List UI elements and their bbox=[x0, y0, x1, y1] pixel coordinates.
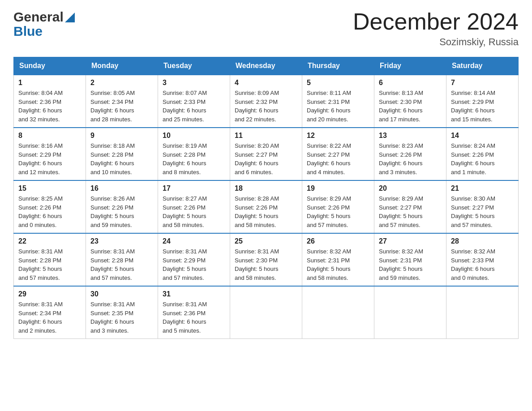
calendar-week-row: 8Sunrise: 8:16 AM Sunset: 2:29 PM Daylig… bbox=[14, 128, 519, 180]
day-info: Sunrise: 8:27 AM Sunset: 2:26 PM Dayligh… bbox=[163, 194, 225, 229]
logo: General Blue bbox=[13, 9, 75, 39]
day-number: 22 bbox=[18, 237, 81, 245]
table-row: 26Sunrise: 8:32 AM Sunset: 2:31 PM Dayli… bbox=[302, 233, 374, 286]
table-row: 1Sunrise: 8:04 AM Sunset: 2:36 PM Daylig… bbox=[14, 75, 86, 128]
table-row: 27Sunrise: 8:32 AM Sunset: 2:31 PM Dayli… bbox=[374, 233, 446, 286]
day-number: 29 bbox=[18, 290, 81, 298]
day-info: Sunrise: 8:11 AM Sunset: 2:31 PM Dayligh… bbox=[307, 89, 369, 124]
day-info: Sunrise: 8:26 AM Sunset: 2:26 PM Dayligh… bbox=[90, 194, 153, 229]
calendar-subtitle: Sozimskiy, Russia bbox=[353, 36, 519, 48]
day-number: 30 bbox=[90, 290, 153, 298]
logo-triangle-icon bbox=[65, 13, 75, 22]
table-row: 29Sunrise: 8:31 AM Sunset: 2:34 PM Dayli… bbox=[14, 286, 86, 339]
table-row bbox=[446, 286, 519, 339]
table-row: 23Sunrise: 8:31 AM Sunset: 2:28 PM Dayli… bbox=[86, 233, 158, 286]
table-row: 2Sunrise: 8:05 AM Sunset: 2:34 PM Daylig… bbox=[86, 75, 158, 128]
day-number: 24 bbox=[163, 237, 225, 245]
day-number: 18 bbox=[235, 184, 297, 193]
day-info: Sunrise: 8:32 AM Sunset: 2:31 PM Dayligh… bbox=[379, 247, 442, 282]
day-info: Sunrise: 8:16 AM Sunset: 2:29 PM Dayligh… bbox=[18, 141, 81, 176]
logo-blue-text: Blue bbox=[13, 23, 75, 39]
day-number: 26 bbox=[307, 237, 369, 245]
day-number: 16 bbox=[90, 184, 153, 193]
day-info: Sunrise: 8:30 AM Sunset: 2:27 PM Dayligh… bbox=[451, 194, 514, 229]
table-row bbox=[302, 286, 374, 339]
table-row: 10Sunrise: 8:19 AM Sunset: 2:28 PM Dayli… bbox=[158, 128, 230, 180]
day-info: Sunrise: 8:20 AM Sunset: 2:27 PM Dayligh… bbox=[235, 141, 297, 176]
page-header: General Blue December 2024 Sozimskiy, Ru… bbox=[13, 9, 519, 48]
table-row: 19Sunrise: 8:29 AM Sunset: 2:26 PM Dayli… bbox=[302, 180, 374, 233]
day-info: Sunrise: 8:22 AM Sunset: 2:27 PM Dayligh… bbox=[307, 141, 369, 176]
logo-general-text: General bbox=[13, 9, 64, 25]
calendar-week-row: 29Sunrise: 8:31 AM Sunset: 2:34 PM Dayli… bbox=[14, 286, 519, 339]
calendar-week-row: 22Sunrise: 8:31 AM Sunset: 2:28 PM Dayli… bbox=[14, 233, 519, 286]
table-row: 5Sunrise: 8:11 AM Sunset: 2:31 PM Daylig… bbox=[302, 75, 374, 128]
col-friday: Friday bbox=[374, 57, 446, 75]
day-info: Sunrise: 8:09 AM Sunset: 2:32 PM Dayligh… bbox=[235, 89, 297, 124]
table-row: 16Sunrise: 8:26 AM Sunset: 2:26 PM Dayli… bbox=[86, 180, 158, 233]
svg-marker-0 bbox=[65, 13, 75, 22]
table-row: 15Sunrise: 8:25 AM Sunset: 2:26 PM Dayli… bbox=[14, 180, 86, 233]
table-row: 30Sunrise: 8:31 AM Sunset: 2:35 PM Dayli… bbox=[86, 286, 158, 339]
day-info: Sunrise: 8:31 AM Sunset: 2:28 PM Dayligh… bbox=[18, 247, 81, 282]
table-row: 3Sunrise: 8:07 AM Sunset: 2:33 PM Daylig… bbox=[158, 75, 230, 128]
day-info: Sunrise: 8:19 AM Sunset: 2:28 PM Dayligh… bbox=[163, 141, 225, 176]
table-row: 31Sunrise: 8:31 AM Sunset: 2:36 PM Dayli… bbox=[158, 286, 230, 339]
col-sunday: Sunday bbox=[14, 57, 86, 75]
calendar-week-row: 15Sunrise: 8:25 AM Sunset: 2:26 PM Dayli… bbox=[14, 180, 519, 233]
day-info: Sunrise: 8:31 AM Sunset: 2:36 PM Dayligh… bbox=[163, 300, 225, 335]
table-row: 24Sunrise: 8:31 AM Sunset: 2:29 PM Dayli… bbox=[158, 233, 230, 286]
day-number: 3 bbox=[163, 79, 225, 87]
day-number: 10 bbox=[163, 132, 225, 140]
day-info: Sunrise: 8:28 AM Sunset: 2:26 PM Dayligh… bbox=[235, 194, 297, 229]
day-number: 9 bbox=[90, 132, 153, 140]
day-info: Sunrise: 8:25 AM Sunset: 2:26 PM Dayligh… bbox=[18, 194, 81, 229]
day-number: 19 bbox=[307, 184, 369, 193]
calendar-table: Sunday Monday Tuesday Wednesday Thursday… bbox=[13, 57, 519, 339]
table-row: 18Sunrise: 8:28 AM Sunset: 2:26 PM Dayli… bbox=[230, 180, 302, 233]
day-number: 15 bbox=[18, 184, 81, 193]
table-row: 7Sunrise: 8:14 AM Sunset: 2:29 PM Daylig… bbox=[446, 75, 519, 128]
table-row: 13Sunrise: 8:23 AM Sunset: 2:26 PM Dayli… bbox=[374, 128, 446, 180]
day-number: 31 bbox=[163, 290, 225, 298]
table-row bbox=[374, 286, 446, 339]
day-info: Sunrise: 8:29 AM Sunset: 2:26 PM Dayligh… bbox=[307, 194, 369, 229]
day-info: Sunrise: 8:31 AM Sunset: 2:28 PM Dayligh… bbox=[90, 247, 153, 282]
table-row: 28Sunrise: 8:32 AM Sunset: 2:33 PM Dayli… bbox=[446, 233, 519, 286]
day-number: 6 bbox=[379, 79, 442, 87]
calendar-week-row: 1Sunrise: 8:04 AM Sunset: 2:36 PM Daylig… bbox=[14, 75, 519, 128]
day-number: 4 bbox=[235, 79, 297, 87]
day-info: Sunrise: 8:31 AM Sunset: 2:34 PM Dayligh… bbox=[18, 300, 81, 335]
day-info: Sunrise: 8:24 AM Sunset: 2:26 PM Dayligh… bbox=[451, 141, 514, 176]
table-row bbox=[230, 286, 302, 339]
table-row: 6Sunrise: 8:13 AM Sunset: 2:30 PM Daylig… bbox=[374, 75, 446, 128]
day-number: 11 bbox=[235, 132, 297, 140]
calendar-title: December 2024 bbox=[353, 9, 519, 34]
table-row: 9Sunrise: 8:18 AM Sunset: 2:28 PM Daylig… bbox=[86, 128, 158, 180]
day-number: 17 bbox=[163, 184, 225, 193]
day-number: 13 bbox=[379, 132, 442, 140]
day-number: 14 bbox=[451, 132, 514, 140]
logo-line1: General bbox=[13, 9, 75, 25]
day-info: Sunrise: 8:23 AM Sunset: 2:26 PM Dayligh… bbox=[379, 141, 442, 176]
day-number: 12 bbox=[307, 132, 369, 140]
day-info: Sunrise: 8:29 AM Sunset: 2:27 PM Dayligh… bbox=[379, 194, 442, 229]
table-row: 14Sunrise: 8:24 AM Sunset: 2:26 PM Dayli… bbox=[446, 128, 519, 180]
col-tuesday: Tuesday bbox=[158, 57, 230, 75]
day-info: Sunrise: 8:13 AM Sunset: 2:30 PM Dayligh… bbox=[379, 89, 442, 124]
col-wednesday: Wednesday bbox=[230, 57, 302, 75]
day-number: 23 bbox=[90, 237, 153, 245]
day-info: Sunrise: 8:32 AM Sunset: 2:31 PM Dayligh… bbox=[307, 247, 369, 282]
table-row: 4Sunrise: 8:09 AM Sunset: 2:32 PM Daylig… bbox=[230, 75, 302, 128]
day-number: 1 bbox=[18, 79, 81, 87]
table-row: 8Sunrise: 8:16 AM Sunset: 2:29 PM Daylig… bbox=[14, 128, 86, 180]
col-thursday: Thursday bbox=[302, 57, 374, 75]
table-row: 21Sunrise: 8:30 AM Sunset: 2:27 PM Dayli… bbox=[446, 180, 519, 233]
day-info: Sunrise: 8:18 AM Sunset: 2:28 PM Dayligh… bbox=[90, 141, 153, 176]
table-row: 17Sunrise: 8:27 AM Sunset: 2:26 PM Dayli… bbox=[158, 180, 230, 233]
day-info: Sunrise: 8:05 AM Sunset: 2:34 PM Dayligh… bbox=[90, 89, 153, 124]
day-info: Sunrise: 8:31 AM Sunset: 2:35 PM Dayligh… bbox=[90, 300, 153, 335]
table-row: 12Sunrise: 8:22 AM Sunset: 2:27 PM Dayli… bbox=[302, 128, 374, 180]
day-number: 21 bbox=[451, 184, 514, 193]
table-row: 25Sunrise: 8:31 AM Sunset: 2:30 PM Dayli… bbox=[230, 233, 302, 286]
